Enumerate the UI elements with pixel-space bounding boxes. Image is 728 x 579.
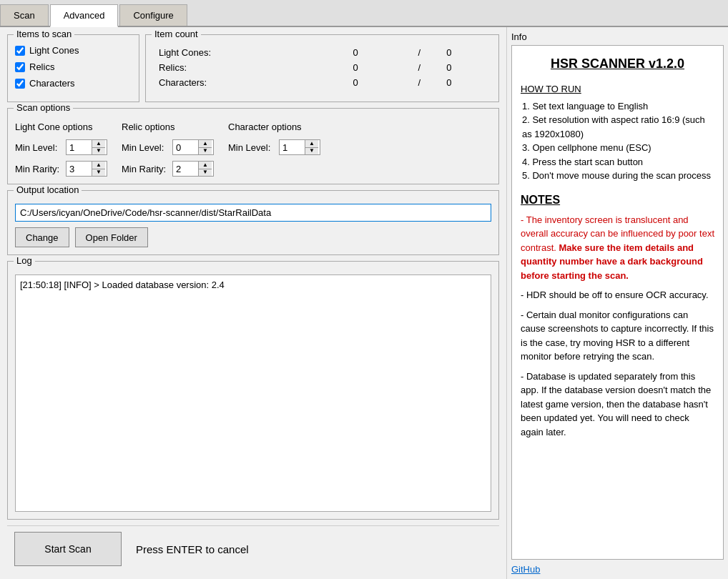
how-to-run-step: 1. Set text language to English	[522, 99, 714, 114]
info-label: Info	[511, 31, 724, 42]
light-cone-options: Light Cone options Min Level: ▲ ▼ Min Ra	[15, 122, 107, 177]
relic-min-rarity-label: Min Rarity:	[122, 164, 168, 174]
how-to-run-step: 3. Open cellphone menu (ESC)	[522, 141, 714, 155]
count-total-light-cones: 0	[441, 45, 491, 60]
character-options: Character options Min Level: ▲ ▼	[228, 122, 320, 177]
relic-min-level-arrows: ▲ ▼	[198, 140, 212, 154]
characters-checkbox[interactable]	[15, 79, 25, 89]
lc-min-level-row: Min Level: ▲ ▼	[15, 139, 107, 155]
output-location-group: Output location Change Open Folder	[7, 190, 499, 255]
how-to-run-title: HOW TO RUN	[521, 82, 714, 96]
how-to-run-step: 4. Press the start scan button	[522, 155, 714, 169]
main-content: Items to scan Light Cones Relics Charact…	[0, 27, 728, 579]
characters-checkbox-row: Characters	[15, 78, 132, 89]
output-location-legend: Output location	[14, 184, 82, 195]
tab-scan[interactable]: Scan	[0, 4, 49, 26]
count-current-characters: 0	[347, 75, 398, 90]
path-input[interactable]	[15, 204, 491, 222]
items-to-scan-group: Items to scan Light Cones Relics Charact…	[7, 34, 139, 102]
relic-min-rarity-input[interactable]	[173, 162, 198, 176]
light-cones-checkbox[interactable]	[15, 46, 25, 56]
char-min-level-arrows: ▲ ▼	[305, 140, 318, 154]
items-to-scan-legend: Items to scan	[14, 29, 74, 39]
log-content: [21:50:18] [INFO] > Loaded database vers…	[15, 274, 491, 512]
relic-min-rarity-down[interactable]: ▼	[199, 169, 212, 177]
tab-configure[interactable]: Configure	[119, 4, 187, 26]
lc-min-level-up[interactable]: ▲	[92, 140, 105, 148]
how-to-run-step: 5. Don't move mouse during the scan proc…	[522, 169, 714, 183]
character-options-title: Character options	[228, 122, 320, 132]
lc-min-level-label: Min Level:	[15, 142, 62, 153]
relics-checkbox[interactable]	[15, 62, 25, 72]
count-total-characters: 0	[441, 75, 491, 90]
tab-advanced[interactable]: Advanced	[50, 4, 119, 27]
item-count-legend: Item count	[152, 29, 201, 39]
how-to-run-list: 1. Set text language to English2. Set re…	[522, 99, 714, 183]
count-label-light-cones: Light Cones:	[153, 45, 347, 60]
count-row-light-cones: Light Cones: 0 / 0	[153, 45, 491, 60]
lc-min-rarity-up[interactable]: ▲	[92, 162, 105, 169]
relic-min-level-spinbox[interactable]: ▲ ▼	[172, 139, 214, 155]
relic-min-level-row: Min Level: ▲ ▼	[122, 139, 214, 155]
note-item: - HDR should be off to ensure OCR accura…	[521, 288, 714, 302]
log-group: Log [21:50:18] [INFO] > Loaded database …	[7, 261, 499, 520]
count-slash-characters: /	[398, 75, 441, 90]
lc-min-level-down[interactable]: ▼	[92, 148, 105, 155]
relic-min-level-label: Min Level:	[122, 142, 168, 153]
item-count-group: Item count Light Cones: 0 / 0 Relics: 0 …	[145, 34, 499, 102]
tab-bar: Scan Advanced Configure	[0, 0, 728, 27]
log-legend: Log	[14, 255, 35, 266]
count-current-relics: 0	[347, 60, 398, 75]
note-item: - Certain dual monitor configurations ca…	[521, 308, 714, 364]
relic-min-rarity-spinbox[interactable]: ▲ ▼	[172, 161, 214, 177]
char-min-level-label: Min Level:	[228, 142, 275, 153]
bottom-bar: Start Scan Press ENTER to cancel	[7, 525, 499, 572]
note-item: - Database is updated separately from th…	[521, 370, 714, 440]
char-min-level-input[interactable]	[280, 140, 305, 154]
relic-min-level-up[interactable]: ▲	[199, 140, 212, 148]
how-to-run-step: 2. Set resolution with aspect ratio 16:9…	[522, 113, 714, 141]
char-min-level-spinbox[interactable]: ▲ ▼	[279, 139, 320, 155]
info-box[interactable]: HSR SCANNER v1.2.0 HOW TO RUN 1. Set tex…	[511, 45, 724, 560]
count-row-characters: Characters: 0 / 0	[153, 75, 491, 90]
info-title: HSR SCANNER v1.2.0	[521, 54, 714, 74]
relic-min-rarity-arrows: ▲ ▼	[198, 162, 212, 176]
count-label-relics: Relics:	[153, 60, 347, 75]
count-slash-light-cones: /	[398, 45, 441, 60]
lc-min-rarity-input[interactable]	[67, 162, 92, 176]
lc-min-rarity-label: Min Rarity:	[15, 164, 62, 174]
lc-min-level-input[interactable]	[67, 140, 92, 154]
start-scan-button[interactable]: Start Scan	[14, 532, 122, 566]
lc-min-level-arrows: ▲ ▼	[92, 140, 105, 154]
char-min-level-up[interactable]: ▲	[305, 140, 318, 148]
lc-min-level-spinbox[interactable]: ▲ ▼	[66, 139, 107, 155]
lc-min-rarity-down[interactable]: ▼	[92, 169, 105, 177]
relics-checkbox-row: Relics	[15, 61, 132, 72]
github-link[interactable]: GitHub	[511, 560, 724, 575]
relic-min-rarity-up[interactable]: ▲	[199, 162, 212, 169]
count-row-relics: Relics: 0 / 0	[153, 60, 491, 75]
count-slash-relics: /	[398, 60, 441, 75]
left-panel: Items to scan Light Cones Relics Charact…	[0, 27, 506, 579]
note-item: - The inventory screen is translucent an…	[521, 213, 714, 283]
lc-min-rarity-row: Min Rarity: ▲ ▼	[15, 161, 107, 177]
open-folder-button[interactable]: Open Folder	[75, 227, 148, 247]
right-panel: Info HSR SCANNER v1.2.0 HOW TO RUN 1. Se…	[506, 27, 728, 579]
light-cone-options-title: Light Cone options	[15, 122, 107, 132]
count-current-light-cones: 0	[347, 45, 398, 60]
relic-options-title: Relic options	[122, 122, 214, 132]
lc-min-rarity-spinbox[interactable]: ▲ ▼	[66, 161, 107, 177]
relic-min-rarity-row: Min Rarity: ▲ ▼	[122, 161, 214, 177]
notes-title: NOTES	[521, 192, 714, 209]
relic-min-level-down[interactable]: ▼	[199, 148, 212, 155]
relic-min-level-input[interactable]	[173, 140, 198, 154]
output-button-row: Change Open Folder	[15, 227, 491, 247]
light-cones-checkbox-row: Light Cones	[15, 45, 132, 56]
char-min-level-down[interactable]: ▼	[305, 148, 318, 155]
change-button[interactable]: Change	[15, 227, 69, 247]
light-cones-label: Light Cones	[29, 45, 79, 56]
relics-label: Relics	[29, 61, 54, 72]
char-min-level-row: Min Level: ▲ ▼	[228, 139, 320, 155]
count-table: Light Cones: 0 / 0 Relics: 0 / 0 Charact…	[153, 45, 491, 90]
top-row: Items to scan Light Cones Relics Charact…	[7, 34, 499, 102]
